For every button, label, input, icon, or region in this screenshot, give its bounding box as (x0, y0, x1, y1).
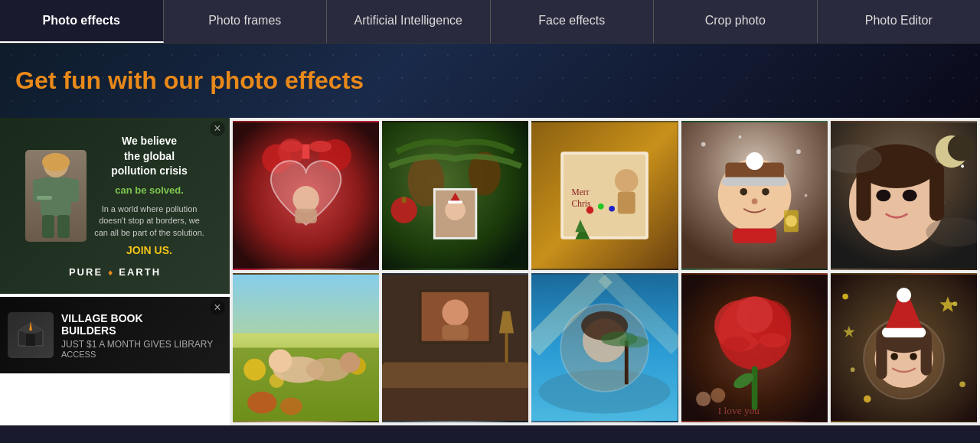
effect-living-room[interactable] (382, 273, 528, 422)
svg-rect-112 (751, 366, 757, 409)
svg-point-47 (804, 194, 807, 197)
svg-point-80 (269, 349, 292, 373)
svg-rect-4 (42, 215, 54, 238)
svg-text:Merr: Merr (572, 188, 590, 197)
ad2-access[interactable]: ACCESS (61, 350, 213, 359)
main-content: × We believethe globa (0, 118, 980, 425)
ad1-cta[interactable]: JOIN US. (94, 243, 204, 259)
svg-point-81 (340, 352, 361, 373)
hero-banner: Get fun with our photo effects (0, 44, 980, 118)
sidebar: × We believethe globa (0, 118, 230, 425)
svg-point-51 (746, 152, 763, 170)
svg-rect-7 (37, 196, 52, 200)
svg-point-89 (443, 299, 469, 325)
svg-point-75 (243, 359, 266, 381)
svg-point-53 (762, 188, 769, 196)
effect-rose-love[interactable]: I love you (681, 273, 828, 422)
ad1-text: We believethe globalpollution crisis can… (94, 134, 204, 259)
svg-rect-55 (733, 229, 776, 243)
svg-point-69 (902, 190, 916, 201)
svg-point-42 (609, 206, 616, 212)
svg-point-118 (842, 294, 848, 300)
effect-beach-double[interactable] (531, 273, 678, 422)
svg-point-63 (948, 135, 974, 161)
svg-rect-92 (382, 388, 528, 421)
svg-rect-3 (65, 179, 79, 202)
ad-village-book: × VILLAGE BOOKBUILDERS JUST $1 A MONTH G… (0, 297, 230, 373)
svg-point-110 (723, 337, 749, 351)
svg-rect-27 (402, 197, 407, 203)
svg-point-45 (738, 135, 741, 138)
svg-rect-127 (920, 335, 931, 376)
ad1-headline: We believethe globalpollution crisis (94, 134, 204, 179)
tab-crop-photo[interactable]: Crop photo (654, 0, 818, 43)
ad1-sub: In a world where pollutiondoesn't stop a… (94, 204, 204, 239)
svg-rect-10 (26, 334, 35, 346)
ad2-icon (8, 312, 54, 358)
svg-point-40 (586, 207, 594, 214)
svg-rect-73 (233, 275, 379, 333)
svg-point-6 (42, 153, 70, 171)
svg-point-20 (309, 141, 332, 152)
main-nav: Photo effects Photo frames Artificial In… (0, 0, 980, 44)
svg-rect-5 (57, 215, 70, 238)
svg-point-111 (760, 333, 786, 347)
effect-sparkle-hat[interactable] (831, 273, 977, 422)
tab-photo-effects[interactable]: Photo effects (0, 0, 164, 43)
svg-point-44 (701, 142, 705, 147)
svg-rect-90 (443, 325, 469, 340)
svg-point-104 (619, 336, 648, 347)
ad1-figure (25, 150, 87, 242)
tab-photo-frames[interactable]: Photo frames (164, 0, 328, 43)
close-ad2-button[interactable]: × (210, 300, 225, 315)
svg-text:Chris: Chris (572, 199, 591, 208)
svg-rect-67 (929, 162, 944, 220)
effect-night-sky[interactable] (831, 121, 977, 270)
hero-title: Get fun with our photo effects (15, 67, 965, 95)
svg-rect-18 (302, 145, 310, 159)
close-ad1-button[interactable]: × (210, 121, 225, 136)
svg-point-41 (598, 204, 604, 210)
svg-point-19 (280, 141, 302, 152)
photo-grid: Merr Chris (230, 118, 980, 425)
svg-point-16 (292, 186, 318, 212)
svg-point-36 (615, 169, 639, 193)
effect-christmas-heart[interactable] (233, 121, 379, 270)
ad2-sub: JUST $1 A MONTH GIVES LIBRARY (61, 339, 213, 350)
svg-rect-94 (505, 333, 508, 362)
svg-point-131 (890, 353, 898, 360)
svg-point-132 (910, 353, 917, 360)
svg-point-52 (740, 188, 747, 196)
svg-point-120 (864, 396, 871, 403)
ad-pure-earth: × We believethe globa (0, 118, 230, 294)
svg-point-130 (897, 288, 911, 302)
svg-rect-30 (448, 200, 462, 204)
svg-point-122 (851, 367, 855, 372)
tab-photo-editor[interactable]: Photo Editor (818, 0, 981, 43)
svg-text:I love you: I love you (717, 405, 760, 416)
svg-rect-91 (382, 363, 528, 392)
svg-point-83 (280, 398, 302, 415)
tab-artificial-intelligence[interactable]: Artificial Intelligence (327, 0, 491, 43)
svg-point-61 (961, 164, 964, 168)
effect-winter-hat[interactable] (681, 121, 828, 270)
svg-rect-128 (882, 327, 926, 337)
svg-rect-17 (295, 209, 317, 223)
svg-point-115 (696, 392, 710, 406)
svg-point-54 (751, 198, 757, 204)
effect-christmas-pine[interactable] (382, 121, 528, 270)
svg-point-68 (876, 190, 890, 201)
ad2-name: VILLAGE BOOKBUILDERS (61, 312, 213, 337)
svg-point-57 (785, 215, 796, 226)
svg-point-121 (959, 381, 965, 387)
svg-point-46 (796, 149, 801, 154)
svg-rect-37 (618, 192, 635, 214)
svg-rect-50 (721, 178, 787, 186)
effect-christmas-card[interactable]: Merr Chris (531, 121, 678, 270)
svg-point-82 (247, 392, 276, 414)
tab-face-effects[interactable]: Face effects (491, 0, 655, 43)
svg-rect-126 (876, 335, 887, 379)
ad1-highlight: can be solved. (94, 184, 204, 197)
ad1-logo: PURE ⬧ EARTH (69, 266, 161, 278)
effect-couple-field[interactable] (233, 273, 379, 422)
